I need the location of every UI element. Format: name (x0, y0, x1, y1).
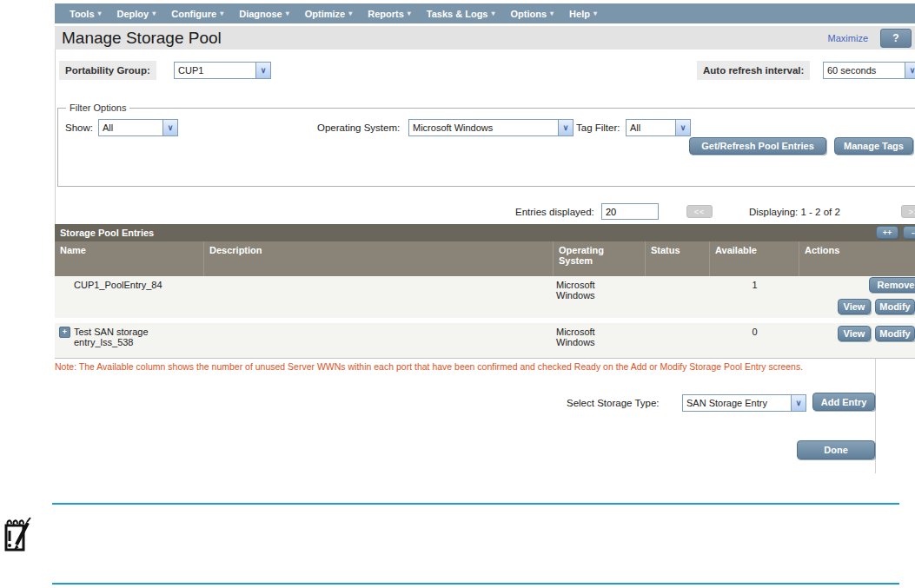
entries-displayed-label: Entries displayed: (515, 207, 594, 217)
storage-type-value: SAN Storage Entry (683, 395, 791, 411)
chevron-down-icon (152, 10, 156, 17)
os-filter-value: Microsoft Windows (409, 120, 558, 135)
view-button[interactable]: View (838, 326, 871, 341)
portability-group-value: CUP1 (175, 63, 255, 78)
column-header-available[interactable]: Available (710, 241, 799, 276)
prev-page-label: << (694, 208, 706, 216)
main-menubar: Tools Deploy Configure Diagnose Optimize… (55, 3, 915, 23)
chevron-down-icon (492, 10, 495, 17)
menu-reports-label: Reports (368, 9, 404, 19)
menu-configure-label: Configure (171, 9, 216, 19)
prev-page-button[interactable]: << (686, 205, 713, 218)
next-page-label: >> (909, 208, 915, 216)
table-title-bar: Storage Pool Entries (55, 224, 915, 241)
menu-optimize-label: Optimize (305, 9, 345, 19)
chevron-down-icon (593, 10, 597, 17)
note-icon (2, 516, 31, 558)
select-storage-type-label: Select Storage Type: (567, 398, 660, 408)
row1-available: 1 (710, 280, 799, 290)
menu-tasks-logs-label: Tasks & Logs (427, 9, 488, 19)
chevron-down-icon (98, 10, 102, 17)
portability-group-label: Portability Group: (59, 61, 156, 80)
column-header-description[interactable]: Description (204, 241, 554, 276)
menu-reports[interactable]: Reports (360, 9, 419, 19)
chevron-down-icon (220, 10, 223, 17)
page: Tools Deploy Configure Diagnose Optimize… (0, 0, 915, 588)
auto-refresh-select[interactable]: 60 seconds (823, 62, 915, 79)
help-button[interactable]: ? (880, 29, 912, 48)
show-filter-label: Show: (65, 122, 93, 133)
row1-os: Microsoft Windows (556, 280, 615, 301)
portability-group-select[interactable]: CUP1 (174, 62, 271, 79)
manage-tags-button[interactable]: Manage Tags (834, 137, 913, 155)
menu-tools-label: Tools (70, 9, 95, 19)
row1-name: CUP1_PoolEntry_84 (74, 280, 162, 290)
collapse-all-button[interactable]: -- (903, 226, 915, 239)
menu-optimize[interactable]: Optimize (297, 9, 360, 19)
table-title: Storage Pool Entries (60, 228, 154, 238)
table-bottom-border (55, 358, 915, 359)
menu-options-label: Options (511, 9, 547, 19)
row2-available: 0 (710, 327, 799, 337)
doc-divider-top (52, 503, 899, 505)
chevron-down-icon (162, 120, 177, 135)
column-header-name[interactable]: Name (55, 241, 204, 276)
menu-tasks-logs[interactable]: Tasks & Logs (419, 9, 503, 19)
chevron-down-icon (550, 10, 554, 17)
column-header-status[interactable]: Status (646, 241, 710, 276)
tag-filter-label: Tag Filter: (576, 122, 620, 133)
chevron-down-icon (675, 120, 690, 135)
show-filter-value: All (99, 120, 162, 135)
column-header-operating-system[interactable]: Operating System (554, 241, 646, 276)
menu-diagnose[interactable]: Diagnose (231, 9, 297, 19)
next-page-button[interactable]: >> (901, 205, 915, 218)
menu-configure[interactable]: Configure (163, 9, 231, 19)
chevron-down-icon (558, 120, 573, 135)
row2-os: Microsoft Windows (556, 327, 615, 347)
chevron-down-icon (905, 63, 915, 78)
add-entry-button[interactable]: Add Entry (812, 393, 875, 411)
filter-options-legend: Filter Options (66, 102, 129, 113)
chevron-down-icon (408, 10, 411, 17)
page-title: Manage Storage Pool (62, 29, 828, 48)
title-bar: Manage Storage Pool Maximize ? (55, 26, 915, 50)
content-right-border (875, 359, 876, 473)
menu-help[interactable]: Help (561, 9, 605, 19)
menu-diagnose-label: Diagnose (239, 9, 282, 19)
menu-help-label: Help (569, 9, 590, 19)
auto-refresh-value: 60 seconds (824, 63, 905, 78)
chevron-down-icon (255, 63, 270, 78)
tag-filter-select[interactable]: All (626, 119, 691, 136)
get-refresh-pool-entries-button[interactable]: Get/Refresh Pool Entries (689, 137, 826, 155)
modify-button[interactable]: Modify (875, 299, 915, 314)
maximize-link[interactable]: Maximize (828, 33, 868, 43)
show-filter-select[interactable]: All (98, 119, 178, 136)
tag-filter-value: All (627, 120, 675, 135)
chevron-down-icon (286, 10, 289, 17)
menu-tools[interactable]: Tools (62, 9, 109, 19)
expand-row-icon[interactable] (59, 327, 70, 338)
modify-button[interactable]: Modify (875, 326, 915, 341)
chevron-down-icon (791, 395, 806, 411)
expand-all-button[interactable]: ++ (876, 226, 898, 239)
os-filter-select[interactable]: Microsoft Windows (408, 119, 574, 136)
auto-refresh-label: Auto refresh interval: (697, 61, 810, 80)
os-filter-label: Operating System: (317, 122, 400, 133)
available-column-note: Note: The Available column shows the num… (55, 361, 915, 372)
displaying-text: Displaying: 1 - 2 of 2 (749, 207, 840, 217)
done-button[interactable]: Done (797, 440, 875, 459)
remove-button[interactable]: Remove (869, 277, 915, 293)
doc-divider-bottom (52, 583, 899, 585)
view-button[interactable]: View (838, 299, 871, 314)
column-header-actions[interactable]: Actions (799, 241, 915, 276)
menu-options[interactable]: Options (503, 9, 562, 19)
storage-type-select[interactable]: SAN Storage Entry (682, 394, 806, 412)
entries-displayed-input[interactable] (601, 203, 659, 220)
menu-deploy-label: Deploy (117, 9, 149, 19)
row2-name: Test SAN storage entry_lss_538 (74, 327, 161, 347)
content-left-border (55, 50, 56, 224)
chevron-down-icon (348, 10, 352, 17)
table-header-row: Name Description Operating System Status… (55, 241, 915, 276)
menu-deploy[interactable]: Deploy (109, 9, 164, 19)
